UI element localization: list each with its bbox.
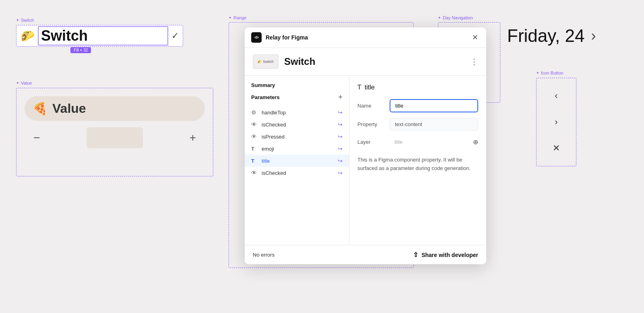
property-field-row: Property [357, 118, 478, 131]
range-frame-label: Range [229, 15, 246, 20]
panel-right: T title Name Property Layer title [349, 76, 486, 245]
thumb-inner: 🌮 Switch [258, 60, 274, 64]
section-title-text: title [365, 84, 375, 91]
param-isChecked-1-label: isChecked [262, 122, 334, 128]
day-nav-label: Day Navigation [438, 15, 473, 20]
panel-header: </> Relay for Figma ✕ [245, 27, 486, 48]
eye-icon-2: 👁 [251, 133, 258, 140]
name-input[interactable] [390, 99, 478, 112]
param-emoji[interactable]: T emoji ↪ [245, 143, 349, 155]
summary-section-title: Summary [245, 82, 349, 93]
switch-check-icon: ✓ [171, 31, 179, 41]
icon-btn-close[interactable]: ✕ [553, 143, 560, 153]
params-header: Parameters + [245, 93, 349, 106]
text-icon-2: T [251, 158, 258, 164]
param-isPressed-arrow: ↪ [338, 133, 343, 140]
name-field-row: Name [357, 99, 478, 112]
canvas: Switch 🌮 Switch ✓ Fill × 32 Value 🍕 Valu… [0, 0, 644, 313]
text-icon-1: T [251, 146, 258, 152]
param-isChecked-2[interactable]: 👁 isChecked ↪ [245, 167, 349, 179]
panel-footer: No errors ⇧ Share with developer [245, 245, 486, 264]
right-section-header: T title [357, 84, 478, 91]
property-label: Property [357, 121, 386, 127]
next-day-button[interactable]: › [591, 27, 596, 44]
relay-icon: </> [251, 32, 262, 43]
value-controls: − + [25, 127, 205, 148]
params-title: Parameters [251, 94, 280, 100]
value-label-text: Value [52, 101, 86, 116]
icon-btn-label: Icon Button [536, 70, 564, 75]
layer-target-button[interactable]: ⊕ [473, 138, 478, 146]
switch-frame-label: Switch [16, 18, 34, 23]
panel-left: Summary Parameters + ⚙ handleTop ↪ 👁 isC… [245, 76, 349, 245]
value-frame-label: Value [16, 81, 32, 85]
param-handleTop-label: handleTop [262, 110, 334, 116]
eye-icon-3: 👁 [251, 170, 258, 176]
panel-title: Relay for Figma [266, 34, 308, 41]
icon-btn-forward[interactable]: › [555, 117, 557, 127]
component-thumbnail: 🌮 Switch [253, 54, 279, 69]
param-emoji-arrow: ↪ [338, 145, 343, 152]
share-button[interactable]: ⇧ Share with developer [413, 251, 478, 259]
param-title-label: title [262, 158, 334, 164]
param-isPressed[interactable]: 👁 isPressed ↪ [245, 131, 349, 143]
thumb-label: Switch [263, 60, 274, 64]
value-frame: 🍕 Value − + [16, 88, 213, 176]
icon-btn-back[interactable]: ‹ [555, 91, 557, 101]
layer-label: Layer [357, 139, 386, 145]
description-text: This is a Figma component property. It w… [357, 156, 478, 173]
name-label: Name [357, 103, 386, 109]
handle-icon: ⚙ [251, 109, 258, 116]
minus-button[interactable]: − [29, 130, 45, 146]
friday-text: Friday, 24 [507, 26, 584, 46]
eye-icon-1: 👁 [251, 121, 258, 128]
status-text: No errors [253, 252, 275, 258]
friday-display: Friday, 24 › [507, 26, 596, 46]
panel-body: Summary Parameters + ⚙ handleTop ↪ 👁 isC… [245, 76, 486, 245]
layer-value-text: title [390, 136, 469, 148]
value-display [87, 127, 143, 148]
property-input[interactable] [390, 118, 478, 131]
icon-btn-frame: ‹ › ✕ [536, 78, 576, 166]
param-emoji-label: emoji [262, 146, 334, 152]
param-title-arrow: ↪ [338, 158, 343, 164]
param-isChecked-1[interactable]: 👁 isChecked ↪ [245, 118, 349, 131]
component-header: 🌮 Switch Switch ⋮ [245, 48, 486, 76]
param-isChecked-1-arrow: ↪ [338, 121, 343, 128]
value-pill: 🍕 Value [25, 96, 205, 121]
panel-close-button[interactable]: ✕ [471, 31, 480, 44]
share-icon: ⇧ [413, 251, 418, 259]
param-isChecked-2-arrow: ↪ [338, 170, 343, 176]
section-text-icon: T [357, 84, 361, 91]
add-param-button[interactable]: + [338, 93, 343, 102]
relay-panel: </> Relay for Figma ✕ 🌮 Switch Switch ⋮ … [245, 27, 486, 264]
panel-header-left: </> Relay for Figma [251, 32, 308, 43]
component-name: Switch [284, 56, 464, 67]
layer-row: Layer title ⊕ [357, 136, 478, 148]
switch-emoji: 🌮 [21, 29, 35, 43]
pizza-emoji: 🍕 [33, 102, 47, 116]
param-isPressed-label: isPressed [262, 134, 334, 140]
switch-frame: 🌮 Switch ✓ [16, 25, 183, 47]
switch-title: Switch [38, 26, 168, 46]
param-handleTop-arrow: ↪ [338, 109, 343, 116]
param-title[interactable]: T title ↪ [245, 155, 349, 167]
param-isChecked-2-label: isChecked [262, 170, 334, 176]
more-options-button[interactable]: ⋮ [470, 57, 478, 66]
share-label: Share with developer [421, 252, 478, 258]
param-handleTop[interactable]: ⚙ handleTop ↪ [245, 106, 349, 118]
fill-badge: Fill × 32 [70, 47, 91, 53]
plus-button[interactable]: + [185, 130, 201, 146]
thumb-emoji: 🌮 [258, 60, 262, 64]
